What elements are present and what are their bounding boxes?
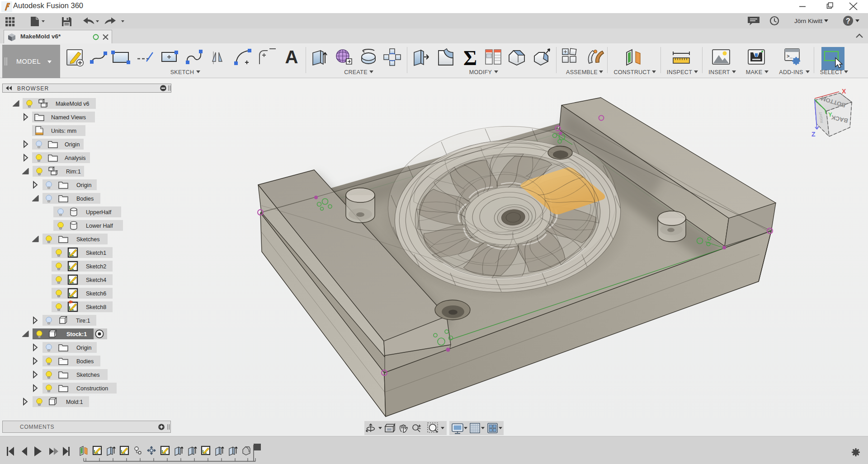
svg-text:?: ?	[846, 17, 850, 25]
svg-text:Sketch6: Sketch6	[86, 291, 106, 297]
svg-text:MODIFY: MODIFY	[469, 69, 492, 75]
svg-text:Origin: Origin	[76, 182, 91, 188]
svg-text:Named Views: Named Views	[51, 114, 86, 121]
svg-text:SELECT: SELECT	[820, 69, 843, 75]
svg-text:Sketches: Sketches	[76, 372, 99, 378]
svg-text:Bodies: Bodies	[76, 358, 94, 365]
svg-text:UpperHalf: UpperHalf	[86, 209, 112, 216]
svg-text:Units: mm: Units: mm	[51, 128, 76, 134]
svg-text:Tire:1: Tire:1	[76, 318, 90, 324]
svg-text:Sketch2: Sketch2	[86, 263, 106, 270]
svg-text:Mold:1: Mold:1	[66, 399, 83, 405]
svg-text:CONSTRUCT: CONSTRUCT	[613, 69, 650, 75]
svg-text:Z: Z	[811, 131, 816, 138]
svg-text:Sketches: Sketches	[76, 236, 99, 243]
svg-text:CREATE: CREATE	[344, 69, 368, 75]
svg-text:INSERT: INSERT	[708, 69, 730, 75]
svg-text:MakeMold v6: MakeMold v6	[56, 101, 89, 107]
svg-text:Origin: Origin	[65, 141, 80, 148]
svg-text:Stock:1: Stock:1	[66, 331, 87, 337]
svg-text:Analysis: Analysis	[65, 155, 86, 161]
svg-text:COMMENTS: COMMENTS	[20, 424, 54, 430]
svg-text:Bodies: Bodies	[76, 196, 94, 202]
svg-text:Sketch4: Sketch4	[86, 277, 106, 283]
svg-text:Lower Half: Lower Half	[86, 223, 113, 229]
svg-text:MAKE: MAKE	[746, 69, 763, 75]
svg-text:Sketch8: Sketch8	[86, 304, 106, 310]
svg-text:Sketch1: Sketch1	[86, 250, 106, 256]
svg-text:X: X	[842, 88, 846, 95]
svg-text:Jörn Kiwitt: Jörn Kiwitt	[794, 18, 823, 24]
svg-text:ADD-INS: ADD-INS	[779, 69, 803, 75]
svg-text:Y: Y	[828, 111, 832, 118]
svg-text:INSPECT: INSPECT	[667, 69, 692, 75]
svg-text:Construction: Construction	[76, 385, 108, 392]
svg-text:A: A	[285, 47, 298, 67]
svg-text:Rim:1: Rim:1	[66, 169, 81, 175]
svg-text:ASSEMBLE: ASSEMBLE	[566, 69, 598, 75]
svg-text:Origin: Origin	[76, 345, 91, 351]
svg-text:BROWSER: BROWSER	[17, 85, 49, 92]
svg-text:>_: >_	[787, 54, 793, 59]
svg-text:Σ: Σ	[463, 47, 477, 70]
